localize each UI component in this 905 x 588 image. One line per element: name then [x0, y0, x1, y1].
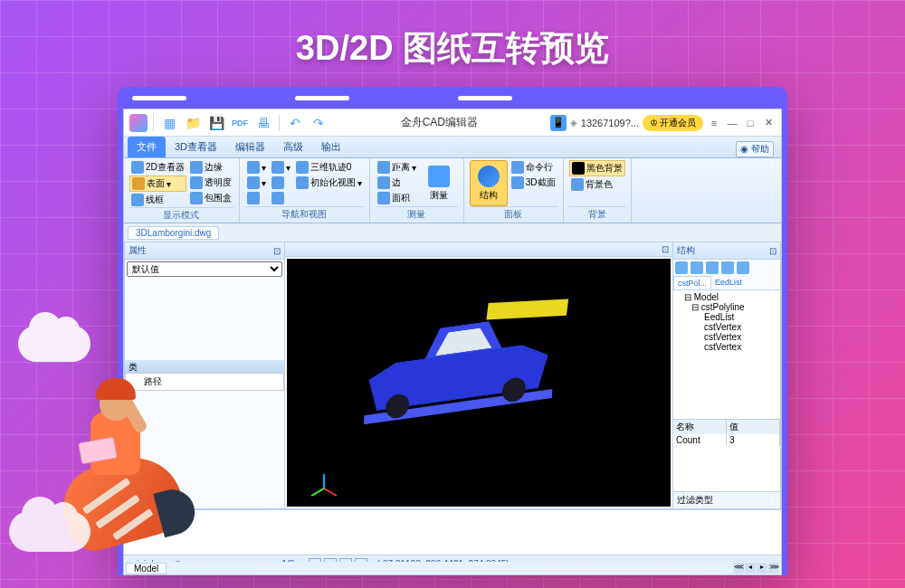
viewport-nav-first-icon[interactable]: ⋘ — [733, 563, 744, 574]
struct-tool3-icon[interactable] — [706, 261, 719, 274]
viewport-nav-next-icon[interactable]: ▸ — [757, 563, 767, 574]
pdf-icon[interactable]: PDF — [230, 113, 250, 133]
properties-title: 属性 — [129, 244, 147, 257]
grid-header-value: 值 — [727, 420, 780, 434]
ribbon-2dviewer[interactable]: 2D查看器 — [129, 160, 186, 175]
open-icon[interactable]: 📁 — [183, 113, 203, 133]
ribbon-tab-output[interactable]: 输出 — [312, 137, 350, 157]
save-icon[interactable]: 💾 — [206, 113, 226, 133]
ribbon-group-bg-label: 背景 — [569, 206, 625, 221]
car-model — [358, 289, 559, 427]
command-area[interactable] — [124, 509, 781, 555]
banner-title: 3D/2D 图纸互转预览 — [0, 0, 905, 90]
struct-tool1-icon[interactable] — [675, 261, 688, 274]
viewport-model-tab[interactable]: Model — [126, 563, 167, 574]
structure-title: 结构 — [677, 244, 695, 257]
redo-icon[interactable]: ↷ — [309, 113, 329, 133]
maximize-button[interactable]: □ — [743, 118, 757, 128]
ribbon-tab-editor[interactable]: 编辑器 — [226, 137, 274, 157]
ribbon-edges[interactable]: 边缘 — [188, 160, 233, 175]
properties-close-icon[interactable]: ⊡ — [273, 246, 281, 256]
ribbon-transparent[interactable]: 透明度 — [188, 175, 233, 190]
ribbon-nav-tool2[interactable]: ▾ — [245, 175, 268, 190]
ribbon-tab-3dviewer[interactable]: 3D查看器 — [166, 137, 226, 157]
structure-filter: 过滤类型 — [673, 491, 780, 508]
ribbon-nav-tool3[interactable] — [245, 191, 268, 205]
ribbon-3dtrack[interactable]: 三维轨迹0 — [294, 160, 364, 175]
ribbon-zoom2[interactable] — [270, 175, 292, 190]
ribbon-structure-big[interactable]: 结构 — [470, 160, 508, 206]
help-button[interactable]: ◉ 帮助 — [736, 141, 774, 157]
ribbon-wireframe[interactable]: 线框 — [129, 193, 186, 207]
ribbon-bbox[interactable]: 包围盒 — [188, 191, 233, 205]
viewport-3d[interactable] — [287, 259, 671, 507]
structure-close-icon[interactable]: ⊡ — [769, 246, 776, 256]
structure-toolbar — [673, 260, 780, 276]
viewport-nav-prev-icon[interactable]: ◂ — [745, 563, 756, 574]
structure-tree[interactable]: ⊟ Model ⊟ cstPolyline EedList cstVertex … — [673, 290, 780, 419]
viewport-tab-bar: Model ⋘ ◂ ▸ ⋙ — [124, 562, 781, 574]
cloud-icon — [18, 326, 90, 362]
ribbon-surface[interactable]: 表面 ▾ — [129, 175, 186, 192]
character-illustration — [27, 344, 208, 561]
viewport-panel: ⊡ — [285, 242, 672, 509]
structure-panel: 结构⊡ cstPol... EedList ⊟ Model ⊟ cstPolyl… — [672, 242, 781, 509]
app-logo-icon — [129, 114, 148, 132]
browser-tab — [132, 96, 186, 100]
settings-icon[interactable]: ≡ — [707, 118, 721, 128]
ribbon-nav-tool1[interactable]: ▾ — [245, 160, 268, 175]
ribbon-tab-file[interactable]: 文件 — [128, 137, 166, 157]
ribbon-tabs: 文件 3D查看器 编辑器 高级 输出 ◉ 帮助 — [124, 137, 781, 158]
ribbon-zoom3[interactable] — [270, 191, 292, 205]
doc-tab[interactable]: 3DLamborgini.dwg — [128, 226, 219, 240]
ribbon-tab-advanced[interactable]: 高级 — [274, 137, 312, 157]
ribbon-group-display-label: 显示模式 — [129, 207, 233, 222]
struct-tab-eedlist[interactable]: EedList — [711, 276, 746, 289]
structure-grid: 名称 值 Count 3 — [673, 419, 780, 491]
browser-tab — [458, 96, 512, 100]
struct-tool5-icon[interactable] — [737, 261, 749, 274]
ribbon-zoom[interactable]: ▾ — [270, 160, 292, 175]
ribbon-blackbg[interactable]: 黑色背景 — [569, 160, 625, 176]
undo-icon[interactable]: ↶ — [285, 113, 305, 133]
viewport-nav-last-icon[interactable]: ⋙ — [768, 563, 779, 574]
titlebar: ▦ 📁 💾 PDF 🖶 ↶ ↷ 金舟CAD编辑器 📱 ◈ 13267109?..… — [124, 109, 781, 137]
ribbon-distance[interactable]: 距离▾ — [376, 160, 418, 175]
struct-tool2-icon[interactable] — [691, 261, 703, 274]
browser-window: ▦ 📁 💾 PDF 🖶 ↶ ↷ 金舟CAD编辑器 📱 ◈ 13267109?..… — [118, 87, 787, 575]
doc-tab-bar: 3DLamborgini.dwg — [124, 223, 781, 242]
grid-header-name: 名称 — [673, 420, 727, 434]
diamond-icon: ◈ — [570, 118, 577, 128]
close-button[interactable]: ✕ — [761, 117, 776, 128]
ribbon-body: 2D查看器 表面 ▾ 线框 边缘 透明度 包围盒 显示模式 ▾ — [124, 158, 781, 223]
grid-cell-value: 3 — [727, 434, 780, 446]
ribbon-cmdline[interactable]: 命令行 — [510, 160, 557, 175]
struct-tool4-icon[interactable] — [721, 261, 734, 274]
viewport-pin-icon[interactable]: ⊡ — [662, 244, 669, 254]
new-icon[interactable]: ▦ — [159, 113, 179, 133]
ribbon-measure-big[interactable]: 测量 — [420, 160, 458, 206]
ribbon-3dsection[interactable]: 3D截面 — [510, 175, 557, 190]
phone-number: 13267109?... — [581, 118, 639, 128]
browser-tab — [295, 96, 349, 100]
print-icon[interactable]: 🖶 — [253, 113, 273, 133]
phone-icon: 📱 — [550, 115, 567, 131]
minimize-button[interactable]: — — [725, 118, 739, 128]
ribbon-group-measure-label: 测量 — [376, 206, 458, 221]
cloud-icon — [9, 511, 90, 552]
properties-default-select[interactable]: 默认值 — [127, 261, 282, 277]
ribbon-group-nav-label: 导航和视图 — [245, 206, 364, 221]
grid-cell-name: Count — [673, 434, 727, 446]
cad-app-window: ▦ 📁 💾 PDF 🖶 ↶ ↷ 金舟CAD编辑器 📱 ◈ 13267109?..… — [123, 109, 782, 575]
vip-button[interactable]: ♔开通会员 — [643, 115, 703, 131]
ribbon-group-panel-label: 面板 — [470, 206, 557, 221]
struct-tab-cstpol[interactable]: cstPol... — [673, 276, 711, 289]
app-title: 金舟CAD编辑器 — [332, 115, 547, 130]
axis-gizmo-icon — [305, 452, 341, 488]
ribbon-bgcolor[interactable]: 背景色 — [569, 177, 625, 192]
ribbon-area[interactable]: 面积 — [376, 191, 418, 205]
ribbon-edge[interactable]: 边 — [376, 175, 418, 190]
ribbon-initview[interactable]: 初始化视图▾ — [294, 175, 364, 190]
